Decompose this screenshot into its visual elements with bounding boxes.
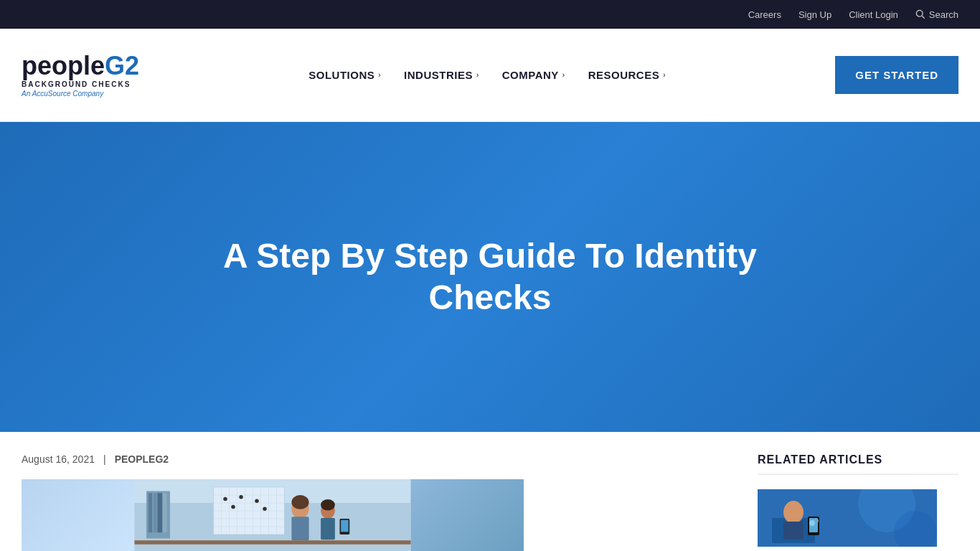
svg-point-44 — [814, 519, 819, 523]
related-article-image — [758, 489, 937, 547]
svg-rect-36 — [341, 520, 348, 532]
chevron-down-icon: › — [476, 71, 479, 79]
logo[interactable]: peopleG2 BACKGROUND CHECKS An AccuSource… — [22, 53, 139, 98]
svg-point-39 — [783, 501, 804, 524]
content-area: August 16, 2021 | PEOPLEG2 — [0, 432, 980, 551]
careers-link[interactable]: Careers — [748, 9, 781, 20]
svg-rect-29 — [291, 517, 308, 540]
logo-text: peopleG2 — [22, 53, 139, 79]
logo-accusource: An AccuSource Company — [22, 90, 103, 98]
svg-rect-7 — [157, 493, 162, 532]
article-meta: August 16, 2021 | PEOPLEG2 — [22, 453, 729, 465]
main-content: August 16, 2021 | PEOPLEG2 — [22, 453, 729, 551]
search-icon — [915, 9, 925, 19]
main-nav: SOLUTIONS › INDUSTRIES › COMPANY › RESOU… — [308, 69, 666, 81]
sidebar: RELATED ARTICLES — [758, 453, 958, 551]
svg-point-33 — [321, 499, 335, 510]
svg-point-26 — [255, 499, 259, 504]
svg-point-25 — [239, 495, 243, 499]
article-image-svg — [22, 479, 524, 551]
svg-rect-6 — [154, 493, 156, 532]
get-started-button[interactable]: GET STARTED — [835, 56, 958, 94]
svg-rect-5 — [149, 493, 153, 532]
article-author: PEOPLEG2 — [115, 453, 169, 465]
article-image — [22, 479, 524, 551]
svg-rect-31 — [321, 518, 335, 540]
article-date: August 16, 2021 — [22, 453, 95, 465]
svg-rect-40 — [783, 522, 804, 540]
svg-point-24 — [231, 505, 235, 509]
chevron-down-icon: › — [663, 71, 666, 79]
svg-point-27 — [263, 507, 267, 512]
search-button[interactable]: Search — [915, 9, 958, 20]
chevron-down-icon: › — [378, 71, 381, 79]
nav-industries[interactable]: INDUSTRIES › — [404, 69, 479, 81]
logo-subtitle: BACKGROUND CHECKS — [22, 80, 131, 88]
svg-point-23 — [223, 497, 227, 501]
chevron-down-icon: › — [562, 71, 565, 79]
svg-point-43 — [809, 520, 815, 526]
article-separator: | — [103, 453, 106, 465]
hero-section: A Step By Step Guide To Identity Checks — [0, 122, 980, 432]
nav-solutions[interactable]: SOLUTIONS › — [308, 69, 381, 81]
client-login-link[interactable]: Client Login — [849, 9, 898, 20]
signup-link[interactable]: Sign Up — [798, 9, 831, 20]
nav-company[interactable]: COMPANY › — [502, 69, 565, 81]
related-articles-title: RELATED ARTICLES — [758, 453, 958, 475]
svg-point-32 — [291, 495, 308, 509]
svg-rect-34 — [135, 540, 411, 545]
svg-point-0 — [916, 10, 923, 17]
header: peopleG2 BACKGROUND CHECKS An AccuSource… — [0, 29, 980, 122]
svg-line-1 — [922, 16, 925, 19]
related-article-card[interactable] — [758, 489, 937, 547]
nav-resources[interactable]: RESOURCES › — [588, 69, 666, 81]
hero-title: A Step By Step Guide To Identity Checks — [167, 235, 813, 318]
svg-rect-8 — [163, 493, 167, 532]
top-bar: Careers Sign Up Client Login Search — [0, 0, 980, 29]
